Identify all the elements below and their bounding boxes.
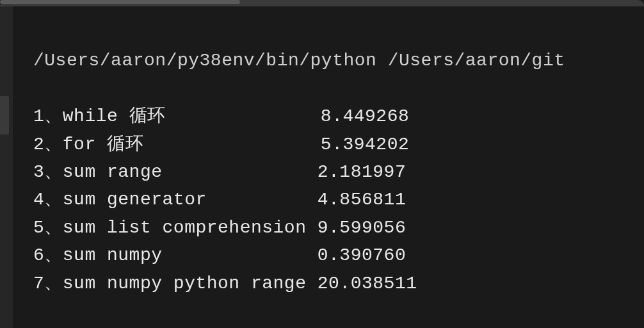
output-row: 3、sum range 2.181997 (33, 158, 644, 186)
row-value: 2.181997 (318, 158, 406, 186)
row-label: 3、sum range (33, 158, 318, 186)
row-label: 6、sum numpy (33, 242, 318, 269)
row-label: 7、sum numpy python range (33, 270, 318, 297)
row-value: 8.449268 (321, 102, 409, 130)
output-row: 5、sum list comprehension 9.599056 (33, 214, 644, 242)
terminal-output: /Users/aaron/py38env/bin/python /Users/a… (0, 6, 644, 328)
row-value: 20.038511 (318, 270, 417, 297)
output-row: 7、sum numpy python range 20.038511 (33, 270, 644, 297)
row-label: 5、sum list comprehension (33, 214, 318, 242)
row-value: 5.394202 (321, 131, 409, 158)
row-label: 1、while 循环 (33, 102, 321, 130)
output-row: 1、while 循环 8.449268 (33, 102, 644, 130)
row-label: 2、for 循环 (33, 131, 321, 158)
left-gutter (0, 6, 13, 328)
output-row: 6、sum numpy 0.390760 (33, 242, 644, 269)
row-value: 9.599056 (318, 214, 406, 242)
horizontal-scrollbar[interactable] (0, 0, 240, 4)
row-value: 0.390760 (318, 242, 406, 269)
gutter-marker (0, 96, 9, 135)
row-label: 4、sum generator (33, 186, 318, 213)
command-line: /Users/aaron/py38env/bin/python /Users/a… (33, 47, 644, 74)
output-row: 2、for 循环 5.394202 (33, 131, 644, 158)
window-chrome (0, 0, 644, 6)
output-row: 4、sum generator 4.856811 (33, 186, 644, 213)
row-value: 4.856811 (318, 186, 406, 213)
